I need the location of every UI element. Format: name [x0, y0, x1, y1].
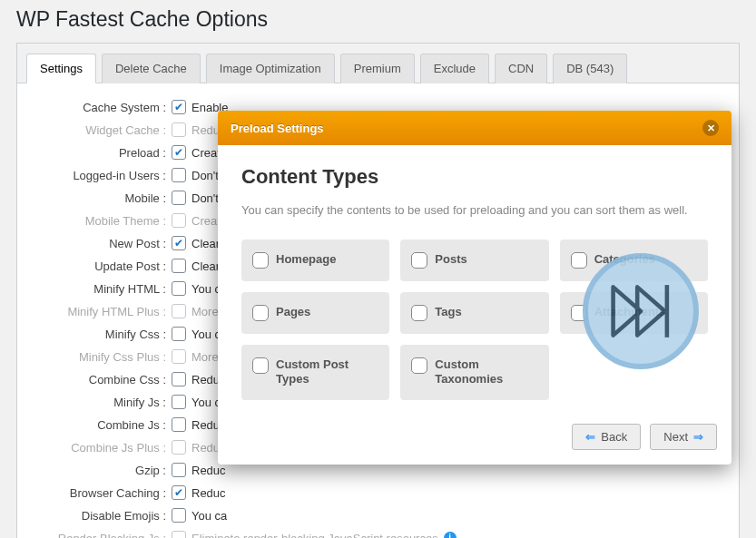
card-checkbox[interactable]	[252, 305, 269, 321]
card-checkbox[interactable]	[411, 305, 427, 321]
setting-label: Mobile Theme :	[26, 214, 172, 228]
content-type-grid: HomepagePostsCategoriesPagesTagsAttachme…	[241, 240, 708, 401]
setting-checkbox[interactable]	[172, 372, 186, 386]
setting-label: Logged-in Users :	[26, 169, 172, 182]
card-checkbox[interactable]	[411, 357, 427, 374]
card-checkbox[interactable]	[252, 357, 269, 374]
modal-title-text: Preload Settings	[231, 122, 324, 135]
setting-desc: Reduc	[191, 464, 226, 477]
setting-label: Render Blocking Js :	[26, 532, 172, 539]
tab-exclude[interactable]: Exclude	[420, 54, 489, 83]
content-type-card[interactable]: Tags	[400, 292, 548, 334]
setting-label: Combine Js Plus :	[26, 441, 172, 455]
setting-desc: Don't	[191, 169, 219, 182]
setting-row: Disable Emojis :You ca	[26, 508, 730, 523]
card-label: Pages	[276, 305, 310, 320]
setting-checkbox[interactable]	[172, 327, 186, 341]
setting-label: Gzip :	[26, 464, 172, 477]
card-label: Attachments	[594, 305, 666, 320]
preload-settings-modal: Preload Settings ✕ Content Types You can…	[218, 111, 731, 465]
setting-label: New Post :	[26, 237, 172, 250]
content-type-card[interactable]: Homepage	[241, 240, 389, 281]
tab-image-optimization[interactable]: Image Optimization	[206, 54, 335, 83]
card-label: Categories	[594, 252, 655, 268]
setting-checkbox	[172, 531, 186, 538]
tab-cdn[interactable]: CDN	[495, 54, 547, 83]
setting-checkbox[interactable]	[172, 191, 186, 205]
tab-premium[interactable]: Premium	[340, 54, 415, 83]
arrow-right-icon: ⇒	[693, 430, 703, 444]
modal-subheading: You can specify the contents to be used …	[241, 201, 708, 220]
setting-checkbox[interactable]	[172, 259, 186, 273]
card-label: Homepage	[276, 252, 336, 268]
setting-desc: More	[191, 305, 219, 318]
setting-checkbox[interactable]: ✔	[172, 100, 186, 114]
setting-checkbox[interactable]	[172, 168, 186, 182]
card-label: Tags	[435, 305, 461, 320]
setting-label: Disable Emojis :	[26, 509, 172, 523]
setting-checkbox[interactable]	[172, 417, 186, 432]
card-checkbox[interactable]	[411, 252, 427, 269]
setting-label: Cache System :	[26, 101, 172, 114]
back-button[interactable]: ⇐ Back	[572, 424, 641, 450]
card-label: Posts	[435, 252, 466, 268]
page-title: WP Fastest Cache Options	[16, 0, 740, 43]
setting-label: Preload :	[26, 146, 172, 160]
setting-label: Combine Css :	[26, 373, 172, 386]
close-icon[interactable]: ✕	[702, 120, 719, 136]
content-type-card[interactable]: Custom Post Types	[241, 345, 389, 401]
setting-row: Render Blocking Js :Eliminate render-blo…	[26, 531, 730, 538]
content-type-card[interactable]: Pages	[241, 292, 389, 334]
card-label: Custom Post Types	[276, 357, 378, 388]
tab-settings[interactable]: Settings	[26, 54, 96, 83]
setting-label: Combine Js :	[26, 418, 172, 432]
setting-desc: You ca	[191, 509, 227, 523]
setting-checkbox[interactable]	[172, 281, 186, 296]
setting-label: Minify Js :	[26, 396, 172, 409]
setting-label: Minify HTML Plus :	[26, 305, 172, 318]
content-type-card[interactable]: Posts	[400, 240, 548, 281]
tab-bar: SettingsDelete CacheImage OptimizationPr…	[17, 44, 739, 83]
modal-title-bar: Preload Settings ✕	[218, 111, 731, 145]
modal-heading: Content Types	[241, 165, 708, 189]
setting-label: Widget Cache :	[26, 123, 172, 137]
setting-label: Browser Caching :	[26, 486, 172, 500]
setting-row: Browser Caching :✔Reduc	[26, 485, 730, 500]
setting-checkbox[interactable]	[172, 395, 186, 409]
card-checkbox[interactable]	[571, 252, 587, 269]
setting-desc: More	[191, 350, 219, 364]
card-label: Custom Taxonomies	[435, 357, 537, 388]
setting-label: Mobile :	[26, 191, 172, 205]
back-button-label: Back	[601, 430, 627, 444]
setting-row: Gzip :Reduc	[26, 463, 730, 477]
setting-checkbox[interactable]: ✔	[172, 236, 186, 250]
setting-desc: Reduc	[191, 486, 226, 500]
setting-checkbox	[172, 213, 186, 228]
setting-checkbox[interactable]: ✔	[172, 485, 186, 500]
content-type-card[interactable]: Custom Taxonomies	[400, 345, 548, 401]
setting-checkbox[interactable]	[172, 463, 186, 477]
setting-label: Update Post :	[26, 259, 172, 273]
content-type-card[interactable]: Attachments	[560, 292, 708, 334]
next-button[interactable]: Next ⇒	[650, 424, 717, 450]
setting-checkbox	[172, 440, 186, 455]
setting-checkbox[interactable]: ✔	[172, 145, 186, 160]
content-type-card[interactable]: Categories	[560, 240, 708, 281]
setting-desc: Eliminate render-blocking JavaScript res…	[191, 532, 438, 539]
arrow-left-icon: ⇐	[585, 430, 595, 444]
setting-desc: Don't	[191, 191, 219, 205]
next-button-label: Next	[663, 430, 688, 444]
setting-label: Minify HTML :	[26, 282, 172, 296]
info-icon[interactable]: i	[444, 532, 457, 538]
setting-label: Minify Css Plus :	[26, 350, 172, 364]
tab-delete-cache[interactable]: Delete Cache	[102, 54, 201, 83]
setting-checkbox	[172, 122, 186, 137]
tab-db-543-[interactable]: DB (543)	[553, 54, 627, 83]
setting-label: Minify Css :	[26, 328, 172, 341]
card-checkbox[interactable]	[571, 305, 587, 321]
setting-checkbox	[172, 304, 186, 318]
setting-checkbox	[172, 349, 186, 364]
card-checkbox[interactable]	[252, 252, 269, 269]
setting-checkbox[interactable]	[172, 508, 186, 523]
